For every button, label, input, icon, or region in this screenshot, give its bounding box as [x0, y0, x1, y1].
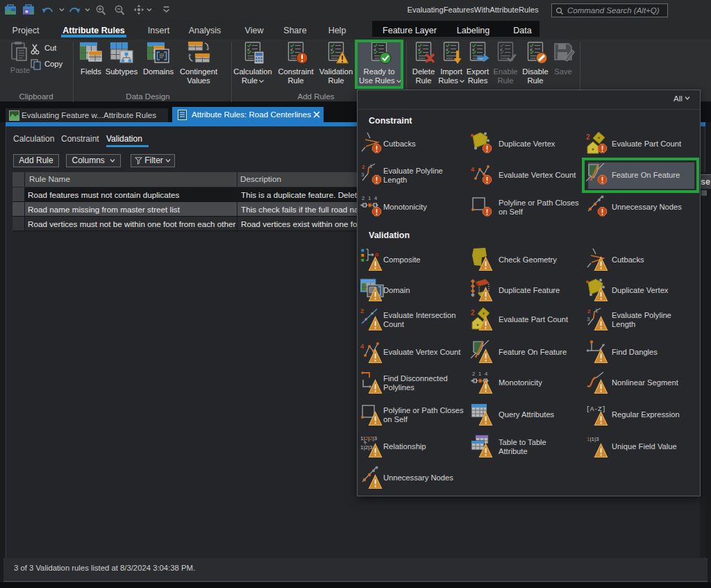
svg-text:XML: XML [478, 57, 484, 60]
